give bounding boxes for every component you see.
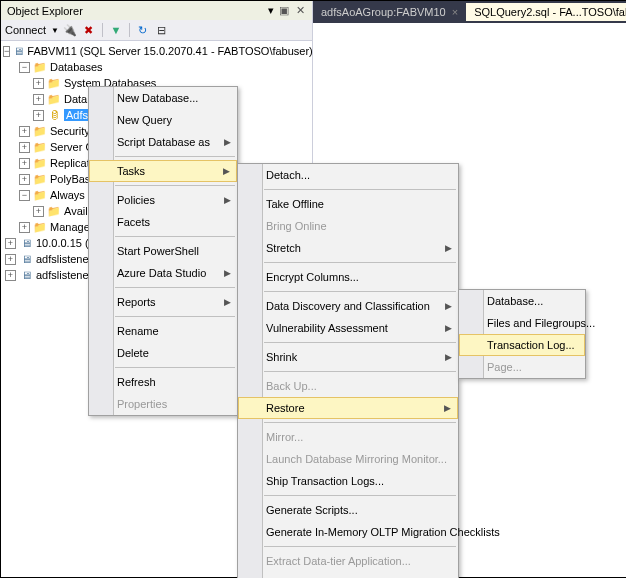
editor-tab-active[interactable]: SQLQuery2.sql - FA...TOSO\fabuser (80))× (466, 3, 626, 21)
menu-separator (115, 316, 235, 317)
menu-start-powershell[interactable]: Start PowerShell (89, 240, 237, 262)
dropdown-icon[interactable]: ▼ (51, 26, 59, 35)
menu-separator (264, 189, 456, 190)
menu-encrypt-columns[interactable]: Encrypt Columns... (238, 266, 458, 288)
close-icon[interactable]: × (452, 6, 458, 18)
pin-icon[interactable]: ▣ (278, 4, 290, 16)
stop-icon[interactable]: ⊟ (154, 22, 170, 38)
server-icon: 🖥 (19, 237, 33, 249)
editor-tabs: adfsAoAGroup:FABVM10× SQLQuery2.sql - FA… (313, 1, 626, 23)
menu-generate-oltp[interactable]: Generate In-Memory OLTP Migration Checkl… (238, 521, 458, 543)
database-icon: 🛢 (47, 109, 61, 121)
menu-data-discovery[interactable]: Data Discovery and Classification▶ (238, 295, 458, 317)
menu-restore-page: Page... (459, 356, 585, 378)
submenu-arrow-icon: ▶ (224, 137, 231, 147)
menu-extract-datatier: Extract Data-tier Application... (238, 550, 458, 572)
databases-node[interactable]: −📁Databases (3, 59, 312, 75)
menu-facets[interactable]: Facets (89, 211, 237, 233)
menu-reports[interactable]: Reports▶ (89, 291, 237, 313)
menu-tasks[interactable]: Tasks▶ (89, 160, 237, 182)
menu-backup: Back Up... (238, 375, 458, 397)
menu-deploy-azure: Deploy Database to Microsoft Azure SQL D… (238, 572, 458, 578)
menu-separator (264, 495, 456, 496)
menu-separator (264, 262, 456, 263)
folder-icon: 📁 (33, 141, 47, 153)
menu-script-database[interactable]: Script Database as▶ (89, 131, 237, 153)
connect-icon[interactable]: 🔌 (62, 22, 78, 38)
server-icon: 🖥 (13, 45, 24, 57)
editor-tab[interactable]: adfsAoAGroup:FABVM10× (313, 3, 466, 21)
submenu-arrow-icon: ▶ (444, 403, 451, 413)
submenu-arrow-icon: ▶ (445, 301, 452, 311)
menu-separator (115, 287, 235, 288)
folder-icon: 📁 (33, 61, 47, 73)
tab-label: SQLQuery2.sql - FA...TOSO\fabuser (80)) (474, 6, 626, 18)
panel-title-bar: Object Explorer ▾ ▣ ✕ (1, 1, 312, 20)
folder-icon: 📁 (33, 125, 47, 137)
menu-separator (264, 371, 456, 372)
submenu-arrow-icon: ▶ (223, 166, 230, 176)
menu-separator (115, 185, 235, 186)
submenu-arrow-icon: ▶ (224, 195, 231, 205)
menu-restore-files-filegroups[interactable]: Files and Filegroups... (459, 312, 585, 334)
disconnect-icon[interactable]: ✖ (81, 22, 97, 38)
tab-label: adfsAoAGroup:FABVM10 (321, 6, 446, 18)
folder-icon: 📁 (47, 205, 61, 217)
menu-mirror: Mirror... (238, 426, 458, 448)
menu-delete[interactable]: Delete (89, 342, 237, 364)
menu-detach[interactable]: Detach... (238, 164, 458, 186)
menu-vulnerability[interactable]: Vulnerability Assessment▶ (238, 317, 458, 339)
menu-policies[interactable]: Policies▶ (89, 189, 237, 211)
close-icon[interactable]: ✕ (294, 4, 306, 16)
submenu-arrow-icon: ▶ (445, 243, 452, 253)
context-menu-restore: Database... Files and Filegroups... Tran… (458, 289, 586, 379)
menu-separator (115, 236, 235, 237)
connect-label[interactable]: Connect (5, 24, 46, 36)
folder-icon: 📁 (33, 173, 47, 185)
menu-ship-transaction-logs[interactable]: Ship Transaction Logs... (238, 470, 458, 492)
server-icon: 🖥 (19, 269, 33, 281)
menu-restore[interactable]: Restore▶ (238, 397, 458, 419)
refresh-icon[interactable]: ↻ (135, 22, 151, 38)
folder-icon: 📁 (47, 77, 61, 89)
submenu-arrow-icon: ▶ (445, 352, 452, 362)
menu-rename[interactable]: Rename (89, 320, 237, 342)
menu-restore-transaction-log[interactable]: Transaction Log... (459, 334, 585, 356)
menu-take-offline[interactable]: Take Offline (238, 193, 458, 215)
menu-separator (115, 367, 235, 368)
menu-separator (264, 422, 456, 423)
submenu-arrow-icon: ▶ (445, 323, 452, 333)
menu-shrink[interactable]: Shrink▶ (238, 346, 458, 368)
server-node[interactable]: −🖥FABVM11 (SQL Server 15.0.2070.41 - FAB… (3, 43, 312, 59)
panel-title-text: Object Explorer (7, 5, 83, 17)
menu-azure-data-studio[interactable]: Azure Data Studio▶ (89, 262, 237, 284)
object-explorer-toolbar: Connect ▼ 🔌 ✖ ▼ ↻ ⊟ (1, 20, 312, 41)
folder-icon: 📁 (47, 93, 61, 105)
dropdown-icon[interactable]: ▾ (268, 4, 274, 17)
server-label: FABVM11 (SQL Server 15.0.2070.41 - FABTO… (27, 45, 312, 57)
folder-icon: 📁 (33, 157, 47, 169)
submenu-arrow-icon: ▶ (224, 268, 231, 278)
tree-label: Security (50, 125, 90, 137)
folder-icon: 📁 (33, 221, 47, 233)
menu-refresh[interactable]: Refresh (89, 371, 237, 393)
submenu-arrow-icon: ▶ (224, 297, 231, 307)
menu-separator (264, 342, 456, 343)
menu-generate-scripts[interactable]: Generate Scripts... (238, 499, 458, 521)
menu-bring-online: Bring Online (238, 215, 458, 237)
menu-separator (264, 546, 456, 547)
menu-new-database[interactable]: New Database... (89, 87, 237, 109)
menu-stretch[interactable]: Stretch▶ (238, 237, 458, 259)
menu-separator (264, 291, 456, 292)
folder-icon: 📁 (33, 189, 47, 201)
menu-separator (115, 156, 235, 157)
menu-properties: Properties (89, 393, 237, 415)
menu-restore-database[interactable]: Database... (459, 290, 585, 312)
context-menu-tasks: Detach... Take Offline Bring Online Stre… (237, 163, 459, 578)
filter-icon[interactable]: ▼ (108, 22, 124, 38)
tree-label: Databases (50, 61, 103, 73)
menu-launch-mirror-monitor: Launch Database Mirroring Monitor... (238, 448, 458, 470)
menu-new-query[interactable]: New Query (89, 109, 237, 131)
server-icon: 🖥 (19, 253, 33, 265)
context-menu-database: New Database... New Query Script Databas… (88, 86, 238, 416)
